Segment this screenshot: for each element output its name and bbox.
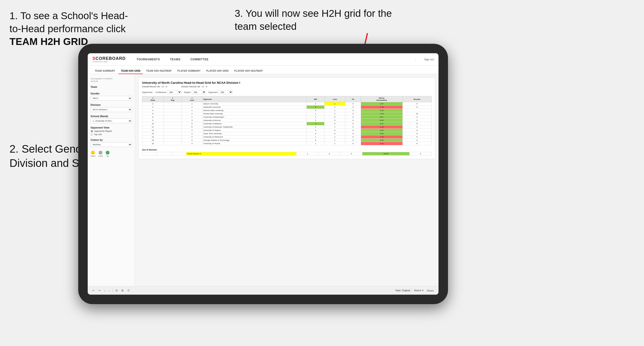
table-cell: 0 bbox=[345, 135, 361, 139]
tab-player-summary[interactable]: PLAYER SUMMARY bbox=[175, 68, 203, 74]
table-row: 116University of Arkansas, Fayetteville2… bbox=[142, 125, 432, 129]
table-cell: 2.33 bbox=[361, 129, 402, 132]
radio-label-top100: Top 100 bbox=[94, 133, 102, 136]
radio-label-opponents: Opponents Played bbox=[94, 130, 112, 132]
gender-select[interactable]: Men's bbox=[90, 96, 132, 101]
table-cell bbox=[164, 129, 182, 132]
table-cell: 2 bbox=[182, 112, 202, 116]
radio-top100[interactable]: Top 100 bbox=[90, 133, 132, 136]
table-cell bbox=[164, 139, 182, 142]
table-cell: 0 bbox=[345, 112, 361, 116]
table-row: 123University of Virginia1002.333 bbox=[142, 129, 432, 132]
copy-button[interactable]: ⧉ bbox=[115, 289, 118, 293]
table-cell: 2 bbox=[182, 135, 202, 139]
table-cell: University of Oklahoma bbox=[202, 135, 307, 139]
undo-button[interactable]: ↩ bbox=[92, 289, 96, 293]
ood-rank bbox=[142, 152, 157, 156]
table-cell bbox=[164, 122, 182, 125]
grid-title: University of North Carolina Head-to-Hea… bbox=[142, 81, 432, 84]
table-cell: 0 bbox=[307, 139, 324, 142]
table-cell: 8 bbox=[402, 106, 432, 109]
filter-opponents-label: Opponents: bbox=[142, 91, 153, 93]
table-cell: 16 bbox=[142, 142, 164, 145]
table-cell: Auburn University bbox=[202, 102, 307, 106]
ood-loss: 0 bbox=[318, 152, 340, 156]
sign-out-button[interactable]: Sign out bbox=[424, 58, 434, 61]
filter-conference-select[interactable]: (All) bbox=[167, 90, 182, 94]
nav-tournaments[interactable]: TOURNAMENTS bbox=[135, 57, 162, 62]
nav-teams[interactable]: TEAMS bbox=[168, 57, 182, 62]
table-cell: 3 bbox=[307, 122, 324, 125]
table-cell: 13 bbox=[142, 132, 164, 135]
table-cell: 1.83 bbox=[361, 112, 402, 116]
tab-team-h2h-heatmap[interactable]: TEAM H2H HEATMAP bbox=[144, 68, 174, 74]
divider-2 bbox=[412, 289, 412, 293]
out-of-division-row: NCAA Division II 1 0 0 26.00 3 bbox=[142, 152, 432, 156]
radio-opponents-played[interactable]: Opponents Played bbox=[90, 130, 132, 132]
table-cell bbox=[164, 135, 182, 139]
legend-down-dot bbox=[91, 151, 95, 155]
nav-committee[interactable]: COMMITTEE bbox=[189, 57, 210, 62]
table-cell: 0 bbox=[324, 122, 345, 125]
table-cell: 0 bbox=[345, 119, 361, 122]
share-button[interactable]: Share bbox=[426, 289, 435, 293]
toolbar-right-group: View: Original Watch ▾ Share bbox=[395, 289, 435, 293]
logo-sub: Powered by clippi bbox=[92, 61, 107, 63]
division-label: Division bbox=[90, 103, 132, 106]
table-cell: -2.29 bbox=[361, 106, 402, 109]
table-cell: 15 bbox=[142, 139, 164, 142]
table-cell: -1.00 bbox=[361, 135, 402, 139]
divider-1 bbox=[112, 289, 113, 293]
table-cell: Georgia Institute of Technology bbox=[202, 139, 307, 142]
division-select[interactable]: NCAA Division I bbox=[90, 107, 132, 112]
table-cell: 1 bbox=[324, 142, 345, 145]
table-row: 41Arizona State University5102.29 bbox=[142, 109, 432, 112]
sub-nav: TEAM SUMMARY TEAM H2H GRID TEAM H2H HEAT… bbox=[88, 66, 438, 74]
table-cell: 1 bbox=[307, 129, 324, 132]
table-cell: 2 bbox=[307, 125, 324, 129]
clock-button[interactable]: ⏱ bbox=[126, 289, 131, 293]
table-cell: 5.56 bbox=[361, 132, 402, 135]
table-cell: 2 bbox=[402, 119, 432, 122]
table-cell: 1 bbox=[182, 132, 202, 135]
table-row: 142University of Oklahoma120-1.009 bbox=[142, 135, 432, 139]
forward-button[interactable]: › bbox=[108, 289, 111, 293]
colour-by-select[interactable]: Win/loss bbox=[90, 142, 132, 147]
back-button[interactable]: ‹ bbox=[103, 289, 106, 293]
table-cell: 10 bbox=[142, 122, 164, 125]
table-cell: 3 bbox=[182, 129, 202, 132]
table-cell: University of Virginia bbox=[202, 129, 307, 132]
tab-player-h2h-grid[interactable]: PLAYER H2H GRID bbox=[204, 68, 231, 74]
table-cell: 2.61 bbox=[361, 122, 402, 125]
school-select[interactable]: 1. University of Nort... bbox=[90, 119, 132, 123]
table-cell: 1 bbox=[307, 116, 324, 119]
ood-conf bbox=[171, 152, 186, 156]
table-cell: 0 bbox=[345, 132, 361, 135]
ood-name: NCAA Division II bbox=[186, 152, 296, 156]
legend-down-label: Down bbox=[90, 155, 95, 157]
col-reg: #Reg bbox=[164, 96, 182, 102]
paste-button[interactable]: ⊞ bbox=[120, 289, 124, 293]
legend-up-label: Up bbox=[106, 155, 108, 157]
view-label: View: Original bbox=[395, 289, 410, 292]
team-label: Team bbox=[90, 85, 132, 88]
table-cell: University of Arkansas, Fayetteville bbox=[202, 125, 307, 129]
filter-region-select[interactable]: (All) bbox=[192, 90, 206, 94]
table-cell: Vanderbilt University bbox=[202, 106, 307, 109]
table-cell: 2 bbox=[324, 112, 345, 116]
ood-rounds: 3 bbox=[410, 152, 432, 156]
legend-level-dot bbox=[98, 151, 102, 155]
out-of-division-label: Out of division bbox=[142, 149, 432, 151]
watch-button[interactable]: Watch ▾ bbox=[413, 289, 424, 293]
filter-conference-group: Conference (All) bbox=[156, 90, 182, 94]
table-cell: 0 bbox=[345, 139, 361, 142]
table-cell bbox=[164, 116, 182, 119]
grid-container: University of North Carolina Head-to-Hea… bbox=[138, 77, 435, 159]
filter-opponent-select[interactable]: (All) bbox=[218, 90, 233, 94]
col-conf: #Conf bbox=[182, 96, 202, 102]
tab-player-h2h-heatmap[interactable]: PLAYER H2H HEATMAP bbox=[232, 68, 265, 74]
tab-team-summary[interactable]: TEAM SUMMARY bbox=[92, 68, 118, 74]
redo-button[interactable]: ↪ bbox=[98, 289, 102, 293]
tab-team-h2h-grid[interactable]: TEAM H2H GRID bbox=[118, 68, 143, 74]
table-cell: 0 bbox=[345, 109, 361, 112]
